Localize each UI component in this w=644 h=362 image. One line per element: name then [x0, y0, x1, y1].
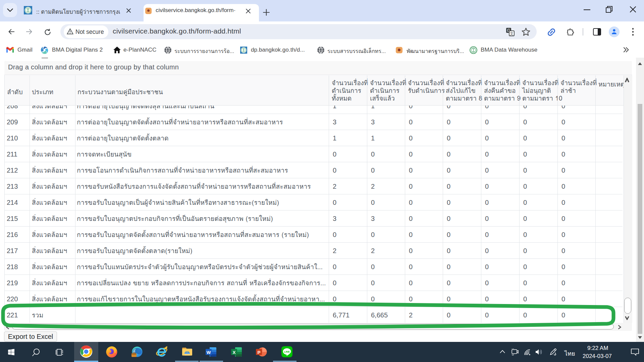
svg-text:W: W	[207, 350, 211, 355]
svg-text:LINE: LINE	[284, 350, 290, 353]
svg-text:文: 文	[510, 32, 514, 36]
svg-text:X: X	[232, 350, 235, 355]
svg-text:P: P	[257, 350, 260, 355]
